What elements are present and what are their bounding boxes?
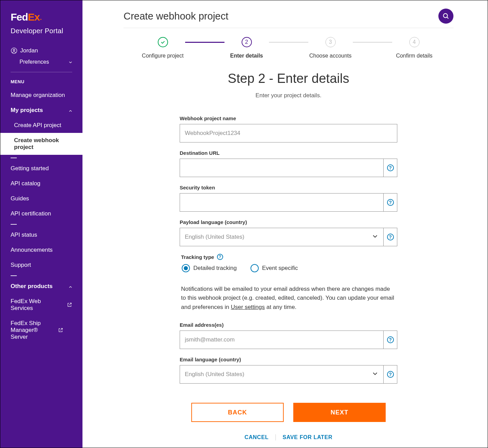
step-confirm-details: 4 Confirm details bbox=[392, 37, 437, 59]
step-connector bbox=[269, 42, 308, 43]
step-configure-project: Configure project bbox=[141, 37, 185, 59]
brand-block: FedEx. Developer Portal bbox=[0, 11, 82, 39]
email-addresses-input[interactable] bbox=[180, 331, 384, 349]
nav-support[interactable]: Support bbox=[0, 258, 82, 273]
step-choose-accounts: 3 Choose accounts bbox=[308, 37, 353, 59]
nav-fedex-web-services[interactable]: FedEx Web Services bbox=[0, 294, 82, 316]
security-token-label: Security token bbox=[180, 185, 397, 190]
step-label: Enter details bbox=[230, 53, 263, 59]
destination-url-label: Destination URL bbox=[180, 150, 397, 156]
email-language-select[interactable] bbox=[180, 365, 384, 384]
chevron-up-icon bbox=[68, 108, 72, 112]
search-button[interactable] bbox=[438, 9, 453, 24]
logo-fed-text: Fed bbox=[11, 11, 28, 23]
nav-api-catalog[interactable]: API catalog bbox=[0, 176, 82, 191]
svg-point-1 bbox=[13, 49, 15, 51]
note-text-post: at any time. bbox=[265, 304, 297, 310]
logo-dot: . bbox=[40, 14, 41, 21]
svg-point-2 bbox=[444, 14, 448, 18]
nav-api-certification[interactable]: API certification bbox=[0, 206, 82, 221]
save-for-later-link[interactable]: SAVE FOR LATER bbox=[276, 434, 339, 440]
user-icon bbox=[11, 47, 17, 54]
fedex-logo: FedEx. bbox=[11, 11, 41, 23]
step-connector bbox=[185, 42, 224, 43]
radio-event-specific[interactable]: Event specific bbox=[251, 264, 298, 272]
chevron-down-icon bbox=[68, 60, 72, 64]
user-settings-link[interactable]: User settings bbox=[231, 304, 265, 310]
radio-detailed-tracking[interactable]: Detailed tracking bbox=[182, 264, 237, 272]
step-circle-done bbox=[158, 37, 168, 47]
step-connector bbox=[353, 42, 392, 43]
cancel-link[interactable]: CANCEL bbox=[238, 434, 275, 440]
portal-title: Developer Portal bbox=[11, 27, 72, 35]
help-icon: ? bbox=[387, 199, 394, 206]
nav-label: Getting started bbox=[11, 165, 49, 172]
nav-create-api-project[interactable]: Create API project bbox=[0, 118, 82, 133]
nav-label: Support bbox=[11, 262, 31, 269]
security-token-help[interactable]: ? bbox=[384, 193, 397, 212]
nav-api-status[interactable]: API status bbox=[0, 227, 82, 242]
destination-url-input[interactable] bbox=[180, 159, 384, 177]
external-link-icon bbox=[58, 327, 63, 333]
page-title: Create webhook project bbox=[124, 11, 228, 22]
preferences-label: Preferences bbox=[20, 59, 49, 65]
chevron-up-icon bbox=[68, 284, 72, 288]
form: Webhook project name Destination URL ? S… bbox=[180, 115, 397, 440]
email-language-help[interactable]: ? bbox=[384, 365, 397, 384]
nav-label: Guides bbox=[11, 195, 29, 202]
nav-getting-started[interactable]: Getting started bbox=[0, 161, 82, 176]
step-circle-active: 2 bbox=[242, 37, 252, 47]
payload-language-help[interactable]: ? bbox=[384, 228, 397, 246]
email-addresses-help[interactable]: ? bbox=[384, 331, 397, 349]
search-icon bbox=[442, 12, 450, 20]
nav-manage-organization[interactable]: Manage organization bbox=[0, 88, 82, 103]
help-icon: ? bbox=[387, 336, 394, 343]
nav-guides[interactable]: Guides bbox=[0, 191, 82, 206]
nav-announcements[interactable]: Announcements bbox=[0, 242, 82, 258]
nav-fedex-ship-manager-server[interactable]: FedEx Ship Manager® Server bbox=[0, 316, 82, 345]
destination-url-help[interactable]: ? bbox=[384, 159, 397, 177]
menu-heading: MENU bbox=[0, 72, 82, 88]
step-circle-future: 4 bbox=[409, 37, 420, 47]
radio-selected-icon bbox=[184, 266, 188, 270]
nav-label: API status bbox=[11, 232, 37, 238]
stepper: Configure project 2 Enter details 3 Choo… bbox=[124, 37, 453, 59]
nav-label: FedEx Web Services bbox=[11, 298, 64, 312]
check-icon bbox=[160, 39, 166, 45]
svg-line-3 bbox=[447, 17, 448, 18]
user-name-row[interactable]: Jordan bbox=[11, 47, 72, 54]
nav-section-divider bbox=[11, 224, 17, 225]
sidebar: FedEx. Developer Portal Jordan Preferenc… bbox=[0, 0, 82, 448]
nav-label: My projects bbox=[11, 107, 43, 114]
help-icon: ? bbox=[387, 164, 394, 171]
help-icon: ? bbox=[387, 234, 394, 240]
nav-section-divider bbox=[11, 275, 17, 276]
external-link-icon bbox=[67, 302, 72, 308]
tracking-type-help[interactable]: ? bbox=[217, 254, 223, 260]
back-button[interactable]: BACK bbox=[191, 403, 284, 422]
header-divider bbox=[124, 28, 453, 28]
nav-label: API catalog bbox=[11, 180, 40, 187]
nav-section-divider bbox=[11, 158, 17, 158]
nav-other-products[interactable]: Other products bbox=[0, 279, 82, 294]
project-name-input[interactable] bbox=[180, 124, 397, 142]
project-name-label: Webhook project name bbox=[180, 115, 397, 121]
step-label: Configure project bbox=[142, 53, 184, 59]
preferences-row[interactable]: Preferences bbox=[11, 54, 72, 70]
nav-label: FedEx Ship Manager® Server bbox=[11, 320, 55, 340]
help-icon: ? bbox=[387, 371, 394, 378]
step-label: Choose accounts bbox=[309, 53, 352, 59]
nav-label: API certification bbox=[11, 210, 51, 217]
nav-my-projects[interactable]: My projects bbox=[0, 103, 82, 118]
radio-label: Detailed tracking bbox=[193, 265, 237, 272]
step-enter-details: 2 Enter details bbox=[224, 37, 269, 59]
nav-create-webhook-project[interactable]: Create webhook project bbox=[0, 133, 82, 155]
security-token-input[interactable] bbox=[180, 193, 384, 212]
tracking-type-label: Tracking type bbox=[181, 254, 214, 260]
next-button[interactable]: NEXT bbox=[293, 403, 386, 422]
logo-ex-text: Ex bbox=[28, 11, 40, 23]
payload-language-label: Payload language (country) bbox=[180, 219, 397, 225]
step-heading: Step 2 - Enter details bbox=[124, 71, 453, 86]
nav-label: Other products bbox=[11, 283, 53, 290]
payload-language-select[interactable] bbox=[180, 228, 384, 246]
